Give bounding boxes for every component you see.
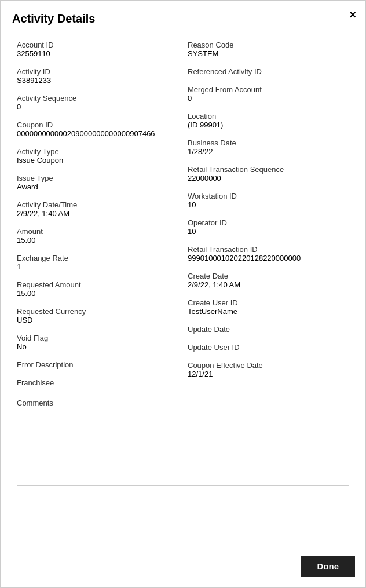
field-value: (ID 99901) — [188, 120, 348, 129]
right-field-10: Create User IDTestUserName — [183, 294, 354, 320]
field-label: Business Date — [188, 138, 348, 147]
right-field-2: Merged From Account0 — [183, 81, 354, 107]
field-label: Activity Type — [17, 147, 177, 156]
field-value: SYSTEM — [188, 49, 348, 58]
field-value: No — [17, 342, 177, 351]
field-value: Issue Coupon — [17, 156, 177, 165]
field-label: Location — [188, 112, 348, 120]
field-label: Account ID — [17, 41, 177, 49]
field-label: Create User ID — [188, 298, 348, 307]
field-value: 999010001020220128220000000 — [188, 254, 348, 262]
field-label: Void Flag — [17, 334, 177, 342]
field-label: Requested Currency — [17, 307, 177, 316]
field-label: Operator ID — [188, 218, 348, 227]
left-field-5: Issue TypeAward — [12, 169, 183, 196]
field-label: Referenced Activity ID — [188, 67, 348, 76]
left-field-12: Error Description — [12, 356, 183, 374]
right-field-7: Operator ID10 — [183, 214, 354, 240]
left-field-9: Requested Amount15.00 — [12, 276, 183, 302]
field-label: Amount — [17, 227, 177, 236]
field-value: Award — [17, 182, 177, 191]
right-field-0: Reason CodeSYSTEM — [183, 36, 354, 63]
field-label: Activity ID — [17, 67, 177, 76]
field-label: Retail Transaction Sequence — [188, 165, 348, 174]
field-value: 15.00 — [17, 289, 177, 298]
left-field-4: Activity TypeIssue Coupon — [12, 143, 183, 169]
right-field-1: Referenced Activity ID — [183, 63, 354, 81]
field-label: Exchange Rate — [17, 254, 177, 262]
left-field-8: Exchange Rate1 — [12, 249, 183, 276]
left-field-7: Amount15.00 — [12, 222, 183, 249]
field-label: Update Date — [188, 325, 348, 334]
left-field-0: Account ID32559110 — [12, 36, 183, 63]
field-label: Requested Amount — [17, 280, 177, 289]
activity-details-modal: × Activity Details Account ID32559110Act… — [0, 0, 366, 588]
field-value: 1/28/22 — [188, 147, 348, 156]
field-value: S3891233 — [17, 76, 177, 85]
left-field-11: Void FlagNo — [12, 329, 183, 356]
left-column: Account ID32559110Activity IDS3891233Act… — [12, 36, 183, 392]
right-field-8: Retail Transaction ID9990100010202201282… — [183, 240, 354, 267]
left-field-10: Requested CurrencyUSD — [12, 302, 183, 329]
field-value: 000000000000209000000000000907466 — [17, 129, 177, 138]
field-label: Issue Type — [17, 174, 177, 182]
field-value: 22000000 — [188, 174, 348, 182]
field-label: Coupon ID — [17, 120, 177, 129]
left-field-13: Franchisee — [12, 374, 183, 392]
field-value: TestUserName — [188, 307, 348, 316]
field-label: Activity Date/Time — [17, 200, 177, 209]
field-label: Merged From Account — [188, 85, 348, 94]
right-field-11: Update Date — [183, 320, 354, 338]
field-label: Coupon Effective Date — [188, 361, 348, 370]
field-value: 12/1/21 — [188, 370, 348, 378]
field-label: Error Description — [17, 360, 177, 369]
field-value: 32559110 — [17, 49, 177, 58]
field-value: 0 — [188, 94, 348, 103]
right-field-3: Location(ID 99901) — [183, 107, 354, 134]
field-value: 2/9/22, 1:40 AM — [188, 280, 348, 289]
left-field-3: Coupon ID0000000000002090000000000009074… — [12, 116, 183, 143]
comments-section: Comments — [12, 394, 354, 493]
right-field-5: Retail Transaction Sequence22000000 — [183, 160, 354, 187]
field-value: 15.00 — [17, 236, 177, 244]
done-button[interactable]: Done — [301, 556, 356, 577]
right-field-6: Workstation ID10 — [183, 187, 354, 214]
modal-title: Activity Details — [12, 12, 354, 25]
right-field-9: Create Date2/9/22, 1:40 AM — [183, 267, 354, 294]
field-value: 1 — [17, 262, 177, 271]
comments-label: Comments — [17, 399, 349, 407]
field-value: 2/9/22, 1:40 AM — [17, 209, 177, 218]
field-label: Retail Transaction ID — [188, 245, 348, 254]
field-value: 10 — [188, 200, 348, 209]
field-value: USD — [17, 316, 177, 324]
field-label: Activity Sequence — [17, 94, 177, 103]
right-field-4: Business Date1/28/22 — [183, 134, 354, 160]
field-value: 0 — [17, 103, 177, 111]
field-value: 10 — [188, 227, 348, 236]
right-column: Reason CodeSYSTEMReferenced Activity IDM… — [183, 36, 354, 392]
field-label: Update User ID — [188, 343, 348, 352]
field-label: Reason Code — [188, 41, 348, 49]
field-label: Create Date — [188, 272, 348, 280]
comments-textarea[interactable] — [17, 411, 349, 486]
close-button[interactable]: × — [349, 9, 356, 20]
field-label: Workstation ID — [188, 192, 348, 200]
right-field-13: Coupon Effective Date12/1/21 — [183, 356, 354, 383]
left-field-1: Activity IDS3891233 — [12, 63, 183, 89]
left-field-6: Activity Date/Time2/9/22, 1:40 AM — [12, 196, 183, 222]
fields-grid: Account ID32559110Activity IDS3891233Act… — [12, 36, 354, 392]
right-field-12: Update User ID — [183, 338, 354, 356]
left-field-2: Activity Sequence0 — [12, 89, 183, 116]
field-label: Franchisee — [17, 378, 177, 387]
